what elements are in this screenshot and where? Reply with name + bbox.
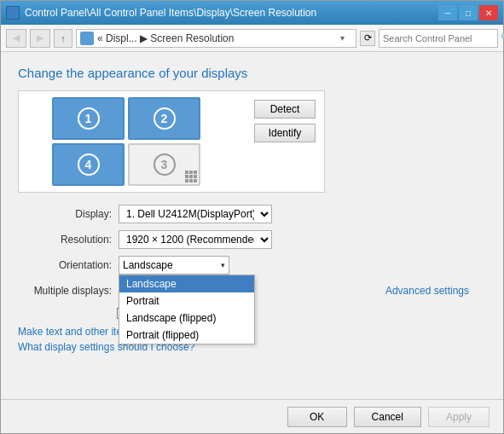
monitor-3-grid [185, 171, 197, 182]
orientation-option-portrait[interactable]: Portrait [119, 292, 254, 310]
monitor-1[interactable]: 1 [52, 97, 125, 140]
monitor-2-number: 2 [154, 107, 176, 130]
search-bar[interactable]: 🔍 [379, 29, 498, 48]
orientation-label: Orientation: [18, 259, 112, 271]
search-input[interactable] [383, 33, 501, 43]
resolution-select[interactable]: 1920 × 1200 (Recommended) [119, 230, 272, 249]
orientation-option-landscape-flipped[interactable]: Landscape (flipped) [119, 310, 254, 327]
address-bar: « Displ... ▶ Screen Resolution ▾ [76, 29, 356, 48]
resolution-label: Resolution: [18, 234, 112, 246]
search-icon: 🔍 [501, 32, 504, 43]
resolution-row: Resolution: 1920 × 1200 (Recommended) [18, 230, 486, 249]
minimize-button[interactable]: ─ [438, 5, 457, 20]
orientation-row: Orientation: Landscape ▾ Landscape Portr… [18, 256, 486, 275]
detect-button[interactable]: Detect [254, 100, 316, 119]
orientation-dropdown-arrow: ▾ [221, 261, 225, 269]
form-section: Display: 1. Dell U2412M(DisplayPort) Res… [18, 205, 486, 319]
monitor-4[interactable]: 4 [52, 143, 125, 186]
display-preview-box: 1 2 4 3 [18, 90, 325, 193]
page-title: Change the appearance of your displays [18, 66, 486, 80]
identify-button[interactable]: Identify [254, 124, 316, 142]
display-row: Display: 1. Dell U2412M(DisplayPort) [18, 205, 486, 223]
monitor-1-number: 1 [78, 107, 100, 130]
orientation-select[interactable]: Landscape ▾ [119, 256, 229, 275]
orientation-dropdown: Landscape Portrait Landscape (flipped) P… [119, 275, 255, 344]
address-text: « Displ... ▶ Screen Resolution [97, 32, 337, 44]
multiple-displays-label: Multiple displays: [18, 285, 112, 297]
orientation-dropdown-wrapper: Landscape ▾ Landscape Portrait Landscape… [119, 256, 229, 275]
monitor-3[interactable]: 3 [128, 143, 200, 186]
detect-identify-buttons: Detect Identify [254, 100, 316, 142]
ok-button[interactable]: OK [287, 407, 347, 427]
orientation-option-portrait-flipped[interactable]: Portrait (flipped) [119, 327, 254, 344]
monitor-4-number: 4 [78, 153, 100, 176]
display-select[interactable]: 1. Dell U2412M(DisplayPort) [119, 205, 272, 223]
title-bar-buttons: ─ □ ✕ [438, 5, 498, 20]
content-area: Change the appearance of your displays 1… [1, 52, 503, 399]
nav-bar: ◀ ▶ ↑ « Displ... ▶ Screen Resolution ▾ ⟳… [1, 25, 503, 52]
orientation-value: Landscape [123, 259, 173, 271]
address-dropdown-arrow[interactable]: ▾ [340, 33, 352, 43]
title-bar: Control Panel\All Control Panel Items\Di… [1, 1, 503, 25]
address-icon [80, 32, 94, 45]
orientation-option-landscape[interactable]: Landscape [119, 275, 254, 292]
monitors-container: 1 2 4 3 [52, 97, 200, 186]
up-button[interactable]: ↑ [54, 29, 72, 48]
window: Control Panel\All Control Panel Items\Di… [0, 0, 504, 434]
advanced-settings-link[interactable]: Advanced settings [385, 285, 469, 297]
apply-button[interactable]: Apply [428, 407, 490, 427]
back-button[interactable]: ◀ [6, 29, 26, 48]
forward-button[interactable]: ▶ [30, 29, 50, 48]
refresh-button[interactable]: ⟳ [360, 31, 375, 46]
display-label: Display: [18, 208, 112, 220]
monitor-2[interactable]: 2 [128, 97, 200, 140]
maximize-button[interactable]: □ [459, 5, 478, 20]
monitor-3-number: 3 [154, 153, 176, 176]
title-bar-text: Control Panel\All Control Panel Items\Di… [25, 7, 433, 19]
window-icon [6, 6, 20, 20]
bottom-bar: OK Cancel Apply [1, 399, 503, 433]
cancel-button[interactable]: Cancel [354, 407, 421, 427]
close-button[interactable]: ✕ [479, 5, 498, 20]
